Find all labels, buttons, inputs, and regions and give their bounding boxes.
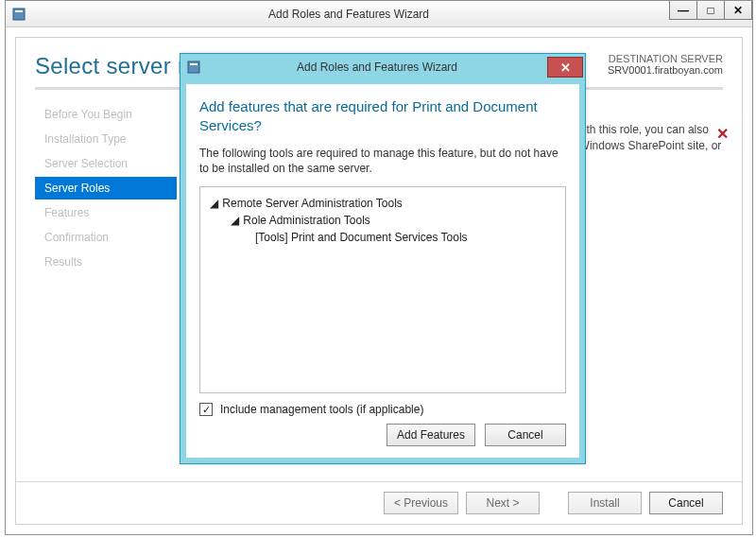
tree-item-role-admin-tools: ◢ Role Administration Tools [210,212,556,229]
dialog-titlebar: Add Roles and Features Wizard ✕ [180,54,585,84]
install-button[interactable]: Install [568,492,642,514]
dialog-border-right [579,84,585,458]
maximize-button[interactable]: □ [696,1,725,20]
add-features-dialog: Add Roles and Features Wizard ✕ Add feat… [180,53,586,464]
add-features-button[interactable]: Add Features [387,424,475,446]
destination-host: SRV0001.firatboyan.com [608,64,723,76]
cancel-button[interactable]: Cancel [649,492,723,514]
sidebar-item-installation-type[interactable]: Installation Type [35,128,177,150]
sidebar: Before You Begin Installation Type Serve… [35,103,177,474]
spacer [547,492,560,514]
tree-item-rsat: ◢ Remote Server Administration Tools [210,195,556,212]
sidebar-item-server-selection[interactable]: Server Selection [35,152,177,175]
include-management-tools-checkbox[interactable]: ✓ [199,403,213,416]
wizard-icon [11,7,26,22]
dialog-description: The following tools are required to mana… [199,146,566,178]
dialog-cancel-button[interactable]: Cancel [485,424,566,446]
sidebar-item-features[interactable]: Features [35,201,177,224]
include-management-tools-label: Include management tools (if applicable) [220,403,423,416]
outer-window-title: Add Roles and Features Wizard [32,8,665,21]
feature-tree: ◢ Remote Server Administration Tools ◢ R… [199,186,566,393]
dialog-heading: Add features that are required for Print… [199,97,566,136]
window-controls: — □ ✕ [665,1,752,26]
dialog-button-row: Add Features Cancel [199,424,566,446]
sidebar-item-confirmation[interactable]: Confirmation [35,226,177,249]
close-button[interactable]: ✕ [724,1,752,20]
dialog-border-bottom [180,458,585,463]
close-page-icon[interactable]: ✕ [716,125,729,143]
tree-item-print-doc-tools: [Tools] Print and Document Services Tool… [210,229,556,246]
dialog-close-button[interactable]: ✕ [547,57,583,78]
destination-label: DESTINATION SERVER [608,53,723,64]
minimize-button[interactable]: — [669,1,697,20]
svg-rect-3 [190,63,198,65]
svg-rect-1 [15,10,23,12]
svg-rect-0 [13,9,25,20]
dialog-title: Add Roles and Features Wizard [207,61,547,74]
include-management-tools-row[interactable]: ✓ Include management tools (if applicabl… [199,403,566,416]
dialog-body-row: Add features that are required for Print… [180,84,585,458]
wizard-icon [186,60,201,75]
sidebar-item-server-roles[interactable]: Server Roles [35,177,177,200]
next-button[interactable]: Next > [466,492,540,514]
dialog-body: Add features that are required for Print… [186,84,579,458]
destination-info: DESTINATION SERVER SRV0001.firatboyan.co… [608,53,723,76]
sidebar-item-before-you-begin[interactable]: Before You Begin [35,103,177,126]
previous-button[interactable]: < Previous [384,492,458,514]
outer-titlebar: Add Roles and Features Wizard — □ ✕ [6,1,752,27]
svg-rect-2 [188,61,199,73]
button-bar: < Previous Next > Install Cancel [16,481,742,524]
sidebar-item-results[interactable]: Results [35,251,177,273]
